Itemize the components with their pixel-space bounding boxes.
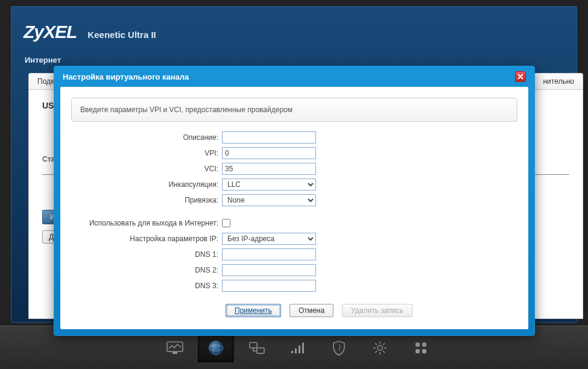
label-use-internet: Использовать для выхода в Интернет:: [71, 219, 222, 227]
svg-rect-7: [291, 351, 293, 353]
label-vci: VCI:: [71, 165, 222, 173]
select-bind[interactable]: None: [222, 194, 316, 206]
close-button[interactable]: [515, 71, 526, 82]
apply-button[interactable]: Применить: [226, 304, 281, 317]
label-dns2: DNS 2:: [71, 266, 222, 274]
tab-last[interactable]: нительно: [534, 74, 583, 89]
input-dns3[interactable]: [222, 280, 316, 292]
input-vci[interactable]: [222, 163, 316, 175]
label-dns1: DNS 1:: [71, 250, 222, 259]
svg-rect-10: [302, 342, 304, 353]
nav-network-icon[interactable]: [239, 333, 275, 362]
svg-rect-1: [172, 352, 177, 354]
svg-rect-23: [422, 349, 426, 353]
cancel-button[interactable]: Отмена: [289, 304, 334, 317]
svg-point-2: [209, 341, 223, 355]
label-bind: Привязка:: [71, 196, 222, 204]
svg-rect-6: [257, 348, 264, 353]
label-ip-setup: Настройка параметров IP:: [71, 235, 222, 243]
select-encap[interactable]: LLC: [222, 178, 316, 191]
input-dns1[interactable]: [222, 248, 316, 260]
label-vpi: VPI:: [71, 149, 222, 157]
nav-apps-icon[interactable]: [403, 333, 439, 362]
svg-line-17: [383, 351, 385, 353]
nav-monitor-icon[interactable]: [157, 333, 193, 362]
label-dns3: DNS 3:: [71, 282, 222, 290]
svg-rect-5: [250, 342, 257, 348]
nav-globe-icon[interactable]: [198, 333, 234, 362]
delete-button: Удалить запись: [342, 304, 413, 317]
svg-rect-21: [422, 342, 426, 347]
modal-hint: Введите параметры VPI и VCI, предоставле…: [71, 98, 517, 122]
input-description[interactable]: [222, 131, 316, 144]
modal-virtual-channel: Настройка виртуального канала Введите па…: [54, 66, 535, 336]
svg-rect-8: [295, 348, 297, 353]
modal-title-text: Настройка виртуального канала: [63, 72, 189, 81]
close-icon: [517, 74, 523, 80]
label-encap: Инкапсуляция:: [71, 180, 222, 189]
svg-rect-20: [416, 342, 420, 347]
svg-rect-22: [416, 349, 420, 353]
input-vpi[interactable]: [222, 147, 316, 159]
svg-line-18: [375, 351, 377, 353]
input-dns2[interactable]: [222, 264, 316, 276]
svg-line-16: [375, 343, 377, 345]
label-description: Описание:: [71, 133, 222, 142]
select-ip-setup[interactable]: Без IP-адреса: [222, 233, 316, 245]
checkbox-use-internet[interactable]: [222, 219, 230, 227]
nav-gear-icon[interactable]: [362, 333, 398, 362]
model-name: Keenetic Ultra II: [87, 30, 156, 40]
svg-rect-9: [299, 345, 300, 353]
nav-shield-icon[interactable]: [321, 333, 357, 362]
nav-signal-icon[interactable]: [280, 333, 316, 362]
svg-line-19: [383, 343, 385, 345]
svg-point-11: [378, 345, 382, 350]
brand-logo: ZyXEL: [24, 22, 77, 42]
